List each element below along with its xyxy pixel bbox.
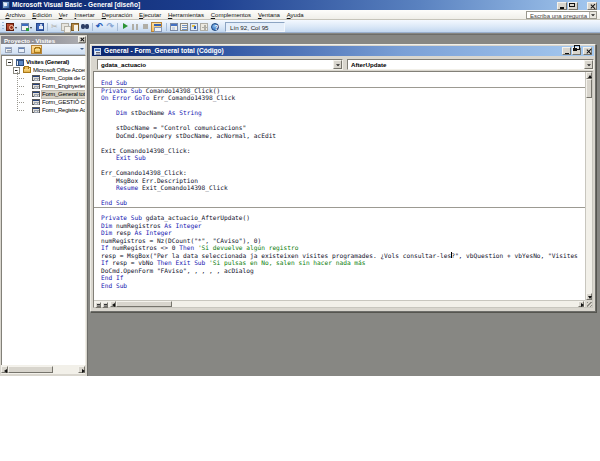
tree-item-form-gestio-cont[interactable]: Form_GESTIÓ CONT	[2, 98, 85, 106]
properties-window-icon[interactable]	[180, 23, 188, 31]
insert-userform-icon[interactable]	[21, 23, 29, 31]
menu-item-insertar[interactable]: Insertar	[71, 10, 98, 20]
code-minimize-button[interactable]	[562, 47, 571, 55]
question-box[interactable]: Escriba una pregunta	[526, 11, 597, 19]
tree-connector-line	[17, 110, 24, 111]
code-text[interactable]: End SubPrivate Sub Comando14398_Click()O…	[94, 72, 585, 300]
access-view-caret-icon[interactable]	[15, 26, 19, 30]
tree-item-form-enginyeries-li[interactable]: Form_Enginyeries LI	[2, 82, 85, 90]
insert-userform-caret-icon[interactable]	[30, 26, 34, 30]
vscroll-up-button[interactable]	[586, 72, 592, 79]
menu-item-archivo[interactable]: Archivo	[2, 10, 29, 20]
vscroll-down-button[interactable]	[586, 293, 592, 300]
menu-item-ventana[interactable]: Ventana	[255, 10, 284, 20]
paste-icon[interactable]	[71, 23, 79, 31]
menu-item-ver[interactable]: Ver	[55, 10, 71, 20]
hscroll-right-button[interactable]	[78, 366, 85, 373]
code-restore-button[interactable]	[572, 47, 581, 55]
toolbar-grip[interactable]	[2, 22, 4, 31]
question-box-dropdown[interactable]	[589, 12, 596, 18]
code-line: Resume Exit_Comando14398_Click	[101, 184, 585, 192]
toggle-folders-button[interactable]	[31, 45, 42, 54]
object-dropdown-button[interactable]	[333, 60, 342, 69]
object-browser-icon[interactable]	[190, 23, 198, 31]
code-line	[101, 117, 585, 125]
code-line: If resp = vbNo Then Exit Sub 'Si pulsas …	[101, 259, 585, 267]
menu-item-ejecutar[interactable]: Ejecutar	[136, 10, 165, 20]
object-dropdown[interactable]: gdata_actuacio	[97, 59, 343, 70]
code-hscrollbar[interactable]	[94, 300, 585, 307]
code-window-resize-corner[interactable]	[585, 300, 592, 307]
cut-icon[interactable]	[51, 23, 59, 31]
find-icon[interactable]	[81, 23, 89, 31]
collapse-icon[interactable]	[6, 59, 13, 66]
hscroll-left-button[interactable]	[1, 366, 8, 373]
vscroll-thumb[interactable]	[586, 79, 592, 98]
maximize-glyph-icon	[569, 3, 575, 8]
tree-item-form-copia-de-gene[interactable]: Form_Copia de Gene	[2, 74, 85, 82]
close-button[interactable]	[587, 2, 597, 10]
code-window-titlebar[interactable]: General - Form_General total (Código)	[92, 46, 594, 56]
scroll-down-arrow-icon	[588, 296, 592, 299]
code-hscroll-thumb[interactable]	[116, 301, 172, 307]
maximize-button[interactable]	[568, 2, 578, 10]
full-module-view-button[interactable]	[102, 302, 108, 308]
code-line	[101, 162, 585, 170]
hscroll-thumb[interactable]	[8, 366, 53, 373]
project-explorer-icon[interactable]	[170, 23, 178, 31]
form-icon	[32, 99, 40, 106]
project-panel-close-icon[interactable]	[78, 36, 86, 43]
dropdown-arrow-icon	[336, 64, 340, 66]
code-line: DoCmd.OpenForm "FAviso", , , , , acDialo…	[101, 267, 585, 275]
procedure-view-button[interactable]	[95, 302, 101, 308]
project-panel-toolbar	[1, 44, 85, 55]
scroll-left-arrow-icon	[4, 369, 7, 373]
code-line: Exit Sub	[101, 154, 585, 162]
undo-icon[interactable]	[96, 23, 104, 31]
minimize-button[interactable]	[557, 2, 567, 10]
tree-connector-line	[17, 70, 18, 110]
toolbox-icon[interactable]	[200, 23, 208, 31]
hscroll-right-button2[interactable]	[578, 301, 584, 307]
project-panel-header[interactable]: Proyecto - Visites	[1, 36, 85, 44]
code-line: If numRegistros <> 0 Then 'Si devuelve a…	[101, 244, 585, 252]
menu-item-herramientas[interactable]: Herramientas	[165, 10, 208, 20]
run-icon[interactable]	[121, 23, 129, 31]
code-line: numRegistros = Nz(DCount("*", "CAviso"),…	[101, 237, 585, 245]
copy-icon[interactable]	[61, 23, 69, 31]
save-icon[interactable]	[36, 23, 44, 31]
panel-toolbar-overflow-icon[interactable]	[80, 48, 84, 52]
tree-connector-line	[17, 78, 24, 79]
event-dropdown[interactable]: AfterUpdate	[347, 59, 594, 70]
code-close-button[interactable]	[583, 47, 592, 55]
menu-item-ayuda[interactable]: Ayuda	[283, 10, 307, 20]
menu-item-complementos[interactable]: Complementos	[207, 10, 254, 20]
tree-item-form-general-total[interactable]: Form_General total	[2, 90, 85, 98]
menu-item-depuracion[interactable]: Depuración	[98, 10, 135, 20]
help-icon[interactable]	[211, 23, 219, 31]
design-mode-button[interactable]	[151, 22, 162, 32]
question-box-text: Escriba una pregunta	[530, 13, 587, 20]
code-line: End Sub	[101, 199, 585, 207]
tree-item-microsoft-office-access-cl[interactable]: Microsoft Office Access Cl	[2, 66, 85, 74]
redo-icon[interactable]	[106, 23, 114, 31]
procedure-separator	[94, 207, 585, 208]
object-dropdown-value: gdata_actuacio	[101, 61, 146, 69]
event-dropdown-button[interactable]	[584, 60, 593, 69]
code-window: General - Form_General total (Código) gd…	[90, 44, 596, 312]
project-panel-hscrollbar[interactable]	[1, 365, 85, 374]
tree-item-visites-general-[interactable]: Visites (General)	[2, 58, 85, 66]
minimize-glyph-icon	[558, 3, 566, 5]
view-code-button[interactable]	[3, 45, 14, 54]
code-vscrollbar[interactable]	[585, 72, 592, 300]
code-area[interactable]: End SubPrivate Sub Comando14398_Click()O…	[93, 71, 593, 308]
tree-item-label: Form_Enginyeries LI	[42, 83, 86, 90]
scroll-right-arrow-icon	[581, 303, 584, 307]
break-icon[interactable]	[131, 23, 139, 31]
tree-item-form-registre-adm[interactable]: Form_Registre Adm	[2, 106, 85, 114]
menu-item-edicion[interactable]: Edición	[29, 10, 55, 20]
access-view-icon[interactable]	[6, 23, 14, 31]
reset-icon[interactable]	[141, 23, 149, 31]
view-object-button[interactable]	[16, 45, 27, 54]
menu-bar: ArchivoEdiciónVerInsertarDepuraciónEjecu…	[0, 10, 600, 20]
